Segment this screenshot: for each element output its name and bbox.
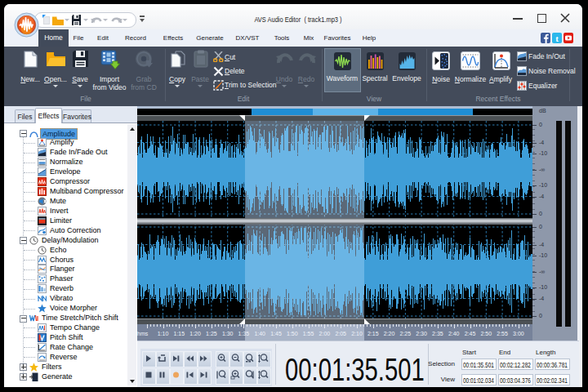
svg-text:t: t xyxy=(555,33,559,43)
